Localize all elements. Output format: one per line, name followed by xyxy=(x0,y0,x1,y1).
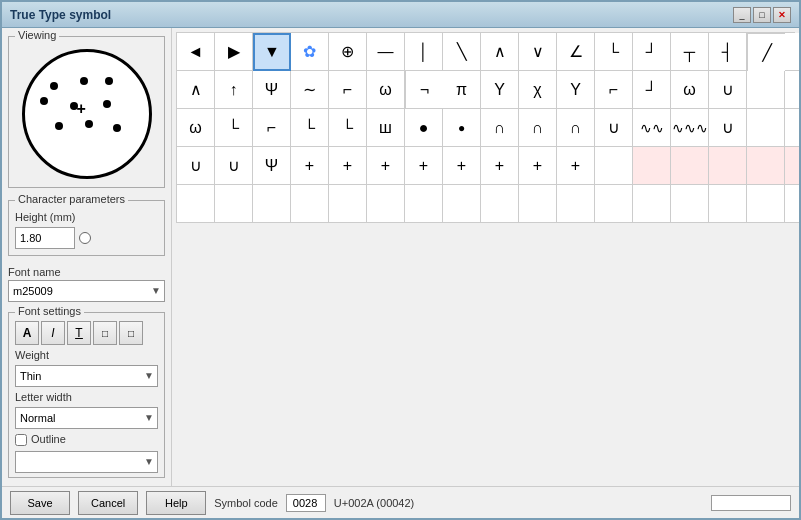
italic-style-button[interactable]: I xyxy=(41,321,65,345)
symbol-cell[interactable]: ● xyxy=(405,109,443,147)
symbol-cell[interactable] xyxy=(519,185,557,223)
symbol-cell[interactable]: ⊕ xyxy=(329,33,367,71)
symbol-cell[interactable] xyxy=(709,185,747,223)
height-input[interactable] xyxy=(15,227,75,249)
symbol-cell[interactable]: + xyxy=(481,147,519,185)
symbol-cell[interactable]: χ xyxy=(519,71,557,109)
symbol-cell[interactable]: ∼ xyxy=(291,71,329,109)
symbol-cell[interactable]: └ xyxy=(329,109,367,147)
symbol-cell[interactable]: ∧ xyxy=(177,71,215,109)
weight-dropdown[interactable]: Thin xyxy=(15,365,158,387)
symbol-cell[interactable]: ∩ xyxy=(481,109,519,147)
symbol-cell[interactable] xyxy=(557,185,595,223)
symbol-cell[interactable]: ▶ xyxy=(215,33,253,71)
symbol-cell[interactable]: ∪ xyxy=(177,147,215,185)
symbol-cell[interactable]: ω xyxy=(367,71,405,109)
symbol-cell[interactable]: — xyxy=(367,33,405,71)
symbol-cell[interactable]: ⌐ xyxy=(253,109,291,147)
symbol-cell[interactable]: + xyxy=(519,147,557,185)
symbol-cell[interactable]: │ xyxy=(405,33,443,71)
symbol-cell[interactable]: ш xyxy=(367,109,405,147)
symbol-cell[interactable]: ⌐ xyxy=(595,71,633,109)
symbol-cell[interactable]: ∪ xyxy=(709,109,747,147)
symbol-cell[interactable] xyxy=(177,185,215,223)
symbol-cell[interactable]: + xyxy=(329,147,367,185)
symbol-cell[interactable]: ∿∿ xyxy=(633,109,671,147)
symbol-cell[interactable] xyxy=(443,185,481,223)
symbol-cell[interactable]: ∿∿∿ xyxy=(671,109,709,147)
symbol-cell[interactable]: π xyxy=(443,71,481,109)
symbol-cell[interactable]: + xyxy=(291,147,329,185)
preview-dot xyxy=(80,77,88,85)
symbol-cell[interactable] xyxy=(785,71,799,109)
symbol-cell[interactable]: ┘ xyxy=(633,71,671,109)
symbol-cell[interactable] xyxy=(329,185,367,223)
symbol-cell[interactable]: ∠ xyxy=(557,33,595,71)
symbol-cell[interactable]: └ xyxy=(215,109,253,147)
save-button[interactable]: Save xyxy=(10,491,70,515)
symbol-cell[interactable] xyxy=(785,109,799,147)
symbol-cell[interactable]: ∩ xyxy=(557,109,595,147)
symbol-cell[interactable]: + xyxy=(405,147,443,185)
symbol-cell[interactable] xyxy=(215,185,253,223)
symbol-cell[interactable]: Υ xyxy=(481,71,519,109)
symbol-cell[interactable]: + xyxy=(443,147,481,185)
symbol-cell[interactable]: ╱ xyxy=(747,33,785,71)
symbol-cell[interactable]: ∨ xyxy=(519,33,557,71)
symbol-cell[interactable] xyxy=(671,185,709,223)
preview-dot xyxy=(50,82,58,90)
symbol-cell[interactable] xyxy=(405,185,443,223)
symbol-cell[interactable] xyxy=(633,185,671,223)
bold-style-button[interactable]: A xyxy=(15,321,39,345)
symbol-cell[interactable]: ┘ xyxy=(633,33,671,71)
cancel-button[interactable]: Cancel xyxy=(78,491,138,515)
symbol-cell[interactable]: ✿ xyxy=(291,33,329,71)
symbol-cell[interactable]: ∪ xyxy=(595,109,633,147)
symbol-cell[interactable]: ω xyxy=(177,109,215,147)
underline-style-button[interactable]: T xyxy=(67,321,91,345)
symbol-cell[interactable]: + xyxy=(557,147,595,185)
symbol-cell[interactable]: ╲ xyxy=(443,33,481,71)
symbol-cell[interactable]: ↑ xyxy=(215,71,253,109)
minimize-button[interactable]: _ xyxy=(733,7,751,23)
help-button[interactable]: Help xyxy=(146,491,206,515)
symbol-cell[interactable]: ◄ xyxy=(177,33,215,71)
symbol-cell[interactable] xyxy=(595,185,633,223)
box-style-button-2[interactable]: □ xyxy=(119,321,143,345)
symbol-cell[interactable] xyxy=(291,185,329,223)
close-button[interactable]: ✕ xyxy=(773,7,791,23)
symbol-cell[interactable]: └ xyxy=(291,109,329,147)
symbol-cell[interactable] xyxy=(481,185,519,223)
symbol-cell[interactable]: ⌐ xyxy=(329,71,367,109)
symbol-cell[interactable]: ∪ xyxy=(215,147,253,185)
symbol-cell[interactable] xyxy=(595,147,633,185)
symbol-cell[interactable]: ⌐ xyxy=(405,71,443,109)
symbol-cell[interactable]: ● xyxy=(443,109,481,147)
symbol-cell[interactable] xyxy=(253,185,291,223)
symbol-cell[interactable]: ┬ xyxy=(671,33,709,71)
maximize-button[interactable]: □ xyxy=(753,7,771,23)
symbol-cell[interactable]: ∧ xyxy=(481,33,519,71)
symbol-cell[interactable] xyxy=(747,71,785,109)
symbol-cell[interactable] xyxy=(785,185,799,223)
radio-button[interactable] xyxy=(79,232,91,244)
symbol-cell[interactable]: ∪ xyxy=(709,71,747,109)
symbol-cell[interactable] xyxy=(367,185,405,223)
symbol-cell[interactable]: ┤ xyxy=(709,33,747,71)
symbol-cell[interactable]: Υ xyxy=(557,71,595,109)
symbol-cell[interactable]: ∩ xyxy=(519,109,557,147)
symbol-cell[interactable]: Ψ xyxy=(253,71,291,109)
symbol-cell[interactable] xyxy=(785,33,799,71)
symbol-cell[interactable]: + xyxy=(367,147,405,185)
symbol-cell[interactable]: ▼ xyxy=(253,33,291,71)
symbol-cell[interactable] xyxy=(747,109,785,147)
outline-dropdown[interactable] xyxy=(15,451,158,473)
symbol-cell[interactable]: Ψ xyxy=(253,147,291,185)
font-name-dropdown[interactable]: m25009 xyxy=(8,280,165,302)
symbol-cell[interactable] xyxy=(747,185,785,223)
outline-checkbox[interactable] xyxy=(15,434,27,446)
symbol-cell[interactable]: └ xyxy=(595,33,633,71)
box-style-button-1[interactable]: □ xyxy=(93,321,117,345)
letter-width-dropdown[interactable]: Normal xyxy=(15,407,158,429)
symbol-cell[interactable]: ω xyxy=(671,71,709,109)
